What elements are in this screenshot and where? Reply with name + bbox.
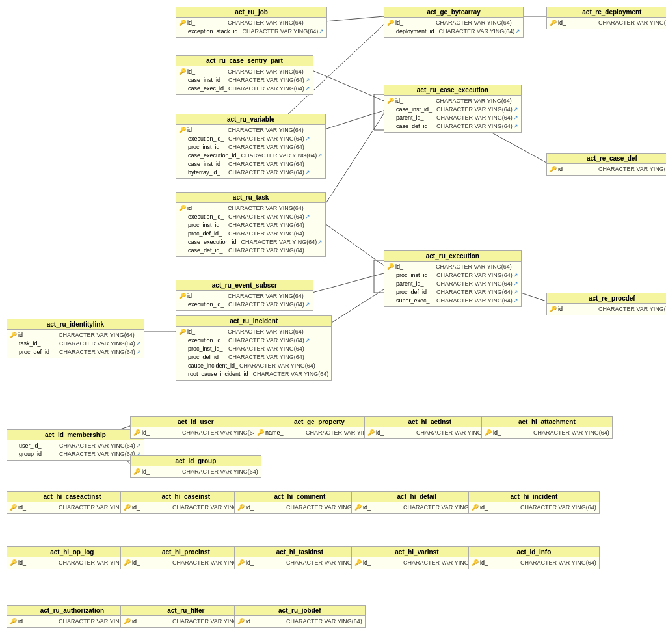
field-name: id_ xyxy=(558,305,597,314)
field-type: CHARACTER VAR YING(64) xyxy=(241,238,317,247)
key-icon: 🔑 xyxy=(133,468,140,476)
entity-act_id_user: act_id_user🔑id_CHARACTER VAR YING(64) xyxy=(130,416,261,439)
field-type: CHARACTER VAR YING(64) xyxy=(59,442,135,450)
field-type: CHARACTER VAR YING(64) xyxy=(436,122,513,131)
entity-act_hi_caseinst: act_hi_caseinst🔑id_CHARACTER VAR YING(64… xyxy=(120,491,252,514)
field-name: id_ xyxy=(363,559,402,567)
entity-body-act_hi_caseactinst: 🔑id_CHARACTER VAR YING(64) xyxy=(7,502,137,513)
key-icon: 🔑 xyxy=(133,429,140,437)
field-row: 🔑id_CHARACTER VAR YING(64) xyxy=(550,305,666,314)
svg-line-8 xyxy=(312,273,384,293)
field-name: id_ xyxy=(132,617,171,626)
field-row: proc_def_id_CHARACTER VAR YING(64)↗ xyxy=(387,288,518,297)
field-row: 🔑id_CHARACTER VAR YING(64) xyxy=(550,165,666,174)
entity-body-act_hi_caseinst: 🔑id_CHARACTER VAR YING(64) xyxy=(121,502,251,513)
fk-icon: ↗ xyxy=(305,301,310,309)
field-name: group_id_ xyxy=(19,450,58,459)
svg-line-0 xyxy=(325,16,384,21)
field-type: CHARACTER VAR YING(64) xyxy=(598,19,666,27)
entity-act_id_group: act_id_group🔑id_CHARACTER VAR YING(64) xyxy=(130,455,261,478)
entity-title-act_ru_case_execution: act_ru_case_execution xyxy=(384,85,521,96)
field-type: CHARACTER VAR YING(64) xyxy=(59,340,135,348)
entity-body-act_ru_task: 🔑id_CHARACTER VAR YING(64)execution_id_C… xyxy=(176,203,325,256)
entity-body-act_ru_variable: 🔑id_CHARACTER VAR YING(64)execution_id_C… xyxy=(176,125,325,178)
fk-icon: ↗ xyxy=(513,297,518,305)
field-row: 🔑id_CHARACTER VAR YING(64) xyxy=(179,19,324,27)
fk-icon: ↗ xyxy=(513,122,518,131)
entity-title-act_ru_authorization: act_ru_authorization xyxy=(7,606,137,616)
field-name: parent_id_ xyxy=(396,280,435,288)
key-icon: 🔑 xyxy=(124,617,131,626)
field-row: 🔑id_CHARACTER VAR YING(64) xyxy=(237,559,362,567)
field-name: id_ xyxy=(246,617,285,626)
field-name: case_def_id_ xyxy=(396,122,435,131)
entity-title-act_hi_comment: act_hi_comment xyxy=(235,492,365,502)
field-type: CHARACTER VAR YING(64) xyxy=(228,301,304,309)
entity-body-act_hi_incident: 🔑id_CHARACTER VAR YING(64) xyxy=(469,502,599,513)
fk-icon: ↗ xyxy=(136,442,141,450)
entity-body-act_id_info: 🔑id_CHARACTER VAR YING(64) xyxy=(469,557,599,569)
entity-act_ru_event_subscr: act_ru_event_subscr🔑id_CHARACTER VAR YIN… xyxy=(176,280,313,311)
field-row: exception_stack_id_CHARACTER VAR YING(64… xyxy=(179,27,324,36)
field-row: execution_id_CHARACTER VAR YING(64)↗ xyxy=(179,213,323,221)
entity-body-act_hi_detail: 🔑id_CHARACTER VAR YING(64) xyxy=(352,502,482,513)
field-row: 🔑id_CHARACTER VAR YING(64) xyxy=(179,68,310,76)
key-icon: 🔑 xyxy=(472,559,479,567)
entity-act_id_info: act_id_info🔑id_CHARACTER VAR YING(64) xyxy=(468,546,600,569)
field-row: 🔑name_CHARACTER VAR YING(64) xyxy=(257,429,382,437)
field-type: CHARACTER VAR YING(64) xyxy=(228,345,304,353)
field-row: case_exec_id_CHARACTER VAR YING(64)↗ xyxy=(179,85,310,93)
field-name: root_cause_incident_id_ xyxy=(188,370,252,379)
field-name: execution_id_ xyxy=(188,213,227,221)
field-name: parent_id_ xyxy=(396,114,435,122)
fk-icon: ↗ xyxy=(305,85,310,93)
field-row: proc_def_id_CHARACTER VAR YING(64)↗ xyxy=(10,348,141,356)
entity-body-act_hi_actinst: 🔑id_CHARACTER VAR YING(64) xyxy=(365,427,495,438)
field-name: id_ xyxy=(493,429,532,437)
field-name: proc_inst_id_ xyxy=(188,143,227,152)
field-row: 🔑id_CHARACTER VAR YING(64) xyxy=(133,468,258,476)
key-icon: 🔑 xyxy=(354,559,362,567)
field-row: parent_id_CHARACTER VAR YING(64)↗ xyxy=(387,114,518,122)
field-name: id_ xyxy=(18,503,57,512)
field-name: id_ xyxy=(363,503,402,512)
entity-body-act_hi_op_log: 🔑id_CHARACTER VAR YING(64) xyxy=(7,557,137,569)
field-type: CHARACTER VAR YING(64) xyxy=(228,292,304,301)
field-type: CHARACTER VAR YING(64) xyxy=(436,297,513,305)
entity-title-act_ru_task: act_ru_task xyxy=(176,193,325,203)
field-row: 🔑id_CHARACTER VAR YING(64) xyxy=(354,503,479,512)
field-name: id_ xyxy=(187,19,226,27)
field-name: id_ xyxy=(395,97,434,105)
field-name: id_ xyxy=(395,19,434,27)
entity-title-act_hi_caseactinst: act_hi_caseactinst xyxy=(7,492,137,502)
field-row: case_inst_id_CHARACTER VAR YING(64) xyxy=(179,160,323,168)
field-type: CHARACTER VAR YING(64) xyxy=(228,204,304,213)
field-type: CHARACTER VAR YING(64) xyxy=(228,353,304,362)
entity-title-act_id_user: act_id_user xyxy=(131,417,261,427)
entity-title-act_ru_filter: act_ru_filter xyxy=(121,606,251,616)
fk-icon: ↗ xyxy=(305,76,310,85)
field-row: proc_inst_id_CHARACTER VAR YING(64) xyxy=(179,221,323,230)
field-name: case_execution_id_ xyxy=(188,238,240,247)
fk-icon: ↗ xyxy=(513,114,518,122)
key-icon: 🔑 xyxy=(237,559,245,567)
entity-title-act_ru_job: act_ru_job xyxy=(176,7,326,18)
fk-icon: ↗ xyxy=(317,152,323,160)
field-row: 🔑id_CHARACTER VAR YING(64) xyxy=(472,559,596,567)
entity-body-act_id_user: 🔑id_CHARACTER VAR YING(64) xyxy=(131,427,261,438)
field-name: id_ xyxy=(187,68,226,76)
field-row: super_exec_CHARACTER VAR YING(64)↗ xyxy=(387,297,518,305)
fk-icon: ↗ xyxy=(136,348,141,356)
field-name: id_ xyxy=(246,503,285,512)
entity-act_hi_attachment: act_hi_attachment🔑id_CHARACTER VAR YING(… xyxy=(481,416,613,439)
field-type: CHARACTER VAR YING(64) xyxy=(241,152,317,160)
entity-act_ru_filter: act_ru_filter🔑id_CHARACTER VAR YING(64) xyxy=(120,605,252,628)
key-icon: 🔑 xyxy=(257,429,264,437)
field-name: deployment_id_ xyxy=(396,27,438,36)
field-row: 🔑id_CHARACTER VAR YING(64) xyxy=(179,126,323,135)
fk-icon: ↗ xyxy=(317,238,323,247)
key-icon: 🔑 xyxy=(179,292,186,301)
diagram-container: act_ru_job🔑id_CHARACTER VAR YING(64)exce… xyxy=(0,0,666,644)
field-type: CHARACTER VAR YING(64) xyxy=(520,503,596,512)
entity-title-act_ru_variable: act_ru_variable xyxy=(176,114,325,125)
